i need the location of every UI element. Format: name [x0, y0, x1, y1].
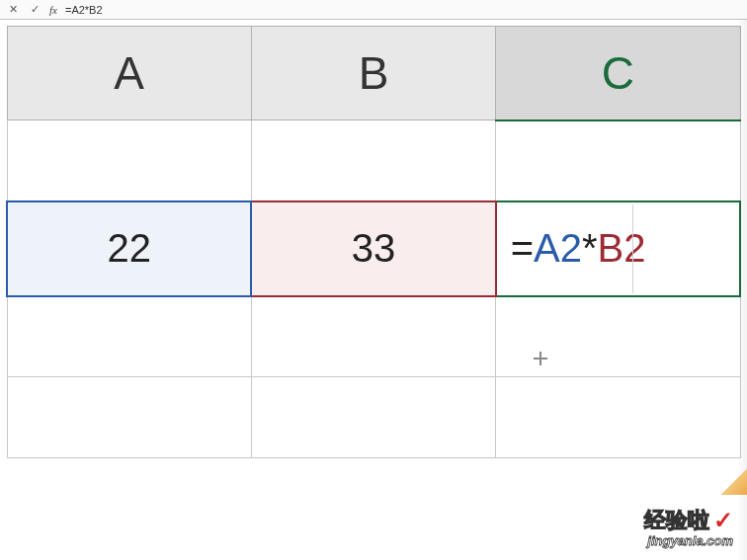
formula-operator: * [582, 226, 598, 270]
check-icon: ✓ [713, 507, 733, 534]
cell-c4[interactable] [496, 377, 740, 458]
row-3 [7, 296, 740, 377]
spreadsheet-grid: A B C 22 33 =A2*B2 [0, 20, 747, 464]
watermark: 经验啦 ✓ jingyanla.com [644, 506, 733, 548]
formula-bar-input[interactable]: =A2*B2 [65, 4, 103, 16]
watermark-text: 经验啦 [644, 506, 709, 535]
cancel-icon[interactable]: ✕ [6, 3, 20, 16]
page-curl-icon [721, 469, 747, 495]
confirm-icon[interactable]: ✓ [28, 3, 42, 16]
cell-c2[interactable]: =A2*B2 [496, 201, 740, 296]
cell-b4[interactable] [251, 377, 495, 458]
cell-a2[interactable]: 22 [7, 201, 251, 296]
row-2: 22 33 =A2*B2 [7, 201, 740, 296]
formula-bar: ✕ ✓ fx =A2*B2 [0, 0, 747, 20]
cell-a1[interactable] [7, 120, 251, 201]
cell-b2[interactable]: 33 [251, 201, 495, 296]
cell-b3[interactable] [251, 296, 495, 377]
cell-c1[interactable] [496, 120, 740, 201]
cell-a4[interactable] [7, 377, 251, 458]
row-4 [7, 377, 740, 458]
formula-ref-a2: A2 [534, 226, 582, 270]
cell-divider [632, 204, 633, 293]
fx-icon[interactable]: fx [49, 4, 57, 16]
column-header-a[interactable]: A [7, 27, 251, 120]
column-header-b[interactable]: B [251, 27, 495, 120]
cell-a3[interactable] [7, 296, 251, 377]
column-header-c[interactable]: C [496, 27, 740, 120]
cell-c3[interactable] [496, 296, 740, 377]
cell-b1[interactable] [251, 120, 495, 201]
formula-ref-b2: B2 [598, 226, 646, 270]
watermark-url: jingyanla.com [644, 533, 733, 548]
column-header-row: A B C [7, 27, 740, 120]
row-1 [7, 120, 740, 201]
formula-equals: = [511, 226, 534, 270]
